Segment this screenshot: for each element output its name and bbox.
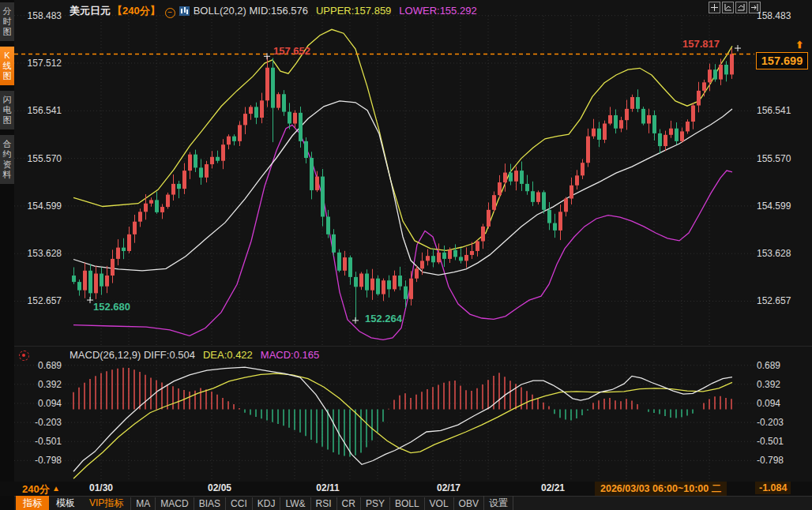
toolbar-item-RSI[interactable]: RSI — [310, 497, 336, 510]
crosshair-icon[interactable] — [709, 2, 720, 13]
toolbar-item-BIAS[interactable]: BIAS — [194, 497, 225, 510]
current-price-box[interactable]: 157.699 — [756, 52, 808, 69]
macd-label-left: -0.501 — [24, 436, 62, 447]
toolbar-tab-1[interactable]: 模板 — [49, 496, 82, 510]
macd-label-right: -0.501 — [757, 436, 784, 447]
sidebar: 分时图K线图闪电图合约资料 — [0, 0, 14, 482]
period-label[interactable]: 【240分】 — [112, 5, 160, 17]
price-label-right: 156.541 — [757, 105, 791, 116]
price-label-left: 153.628 — [24, 248, 62, 259]
macd-label-left: 0.094 — [24, 398, 62, 409]
sidebar-tab-0[interactable]: 分时图 — [0, 2, 14, 41]
macd-label-left: 0.392 — [24, 379, 62, 390]
date-label: 01/30 — [89, 482, 113, 493]
macd-label-right: -0.798 — [757, 455, 784, 466]
macd-value-label: MACD:0.165 — [261, 349, 319, 361]
annotation-low-mid: 152.264 — [365, 313, 402, 324]
date-label: 02/17 — [437, 482, 461, 493]
chart-header: 美元日元【240分】−BOLL(20,2) MID:156.576UPPER:1… — [70, 4, 477, 18]
axis-right-icon[interactable] — [735, 2, 747, 13]
chart-canvas[interactable] — [0, 0, 812, 510]
macd-label-left: 0.689 — [24, 360, 62, 371]
price-arrow-icon: ⬆ — [795, 39, 803, 51]
price-label-right: 158.483 — [757, 10, 791, 21]
sidebar-tab-2[interactable]: 闪电图 — [0, 91, 14, 129]
price-label-left: 156.541 — [24, 105, 62, 116]
macd-label-right: 0.392 — [757, 379, 780, 390]
period-up-triangle-icon[interactable]: ▲ — [52, 484, 60, 493]
toolbar-item-VOL[interactable]: VOL — [424, 497, 453, 510]
toolbar-item-MACD[interactable]: MACD — [155, 497, 193, 510]
symbol-title: 美元日元 — [70, 5, 111, 17]
toolbar-item-LW&[interactable]: LW& — [280, 497, 310, 510]
trading-app: 分时图K线图闪电图合约资料 美元日元【240分】−BOLL(20,2) MID:… — [0, 0, 812, 510]
price-label-left: 155.570 — [24, 153, 62, 164]
price-label-right: 155.570 — [757, 153, 791, 164]
macd-min-label: -1.084 — [755, 482, 791, 494]
macd-label-right: -0.203 — [757, 417, 784, 428]
price-label-left: 152.657 — [24, 295, 62, 306]
indicator-toolbar: 指标模板VIP指标MAMACDBIASCCIKDJLW&RSICRPSYBOLL… — [14, 496, 812, 510]
boll-mid-label: BOLL(20,2) MID:156.576 — [194, 5, 308, 17]
boll-lower-label: LOWER:155.292 — [399, 5, 476, 17]
toolbar-corner — [0, 496, 14, 510]
toolbar-item-CCI[interactable]: CCI — [225, 497, 252, 510]
annotation-high-right: 157.817 — [682, 38, 720, 50]
price-label-left: 157.512 — [24, 58, 62, 69]
macd-label-right: 0.094 — [757, 398, 780, 409]
price-label-right: 154.599 — [757, 201, 791, 212]
toolbar-item-设置[interactable]: 设置 — [483, 496, 513, 510]
axis-left-icon[interactable] — [722, 2, 734, 13]
indicator-target-icon[interactable] — [19, 351, 29, 361]
macd-panel — [73, 367, 732, 478]
sidebar-tab-1[interactable]: K线图 — [0, 47, 14, 85]
macd-label-left: -0.203 — [24, 417, 62, 428]
kline-icon — [179, 6, 190, 16]
current-time-label: 2026/03/03 06:00~10:00 二 — [595, 482, 727, 497]
collapse-icon[interactable]: − — [165, 8, 175, 18]
toolbar-item-CR[interactable]: CR — [336, 497, 360, 510]
annotation-low-left: 152.680 — [93, 301, 130, 313]
date-label: 02/21 — [541, 482, 565, 493]
macd-header: MACD(26,12,9) DIFF:0.504DEA:0.422MACD:0.… — [70, 349, 319, 361]
macd-label-left: -0.798 — [24, 455, 62, 466]
period-badge[interactable]: 240分 — [22, 482, 50, 497]
toolbar-tab-2[interactable]: VIP指标 — [82, 496, 130, 510]
price-label-left: 158.483 — [24, 10, 62, 21]
date-label: 02/11 — [316, 482, 339, 493]
time-axis: 240分 ▲ 2026/03/03 06:00~10:00 二 -1.084 0… — [0, 482, 812, 496]
price-label-right: 153.628 — [757, 248, 791, 259]
macd-dea-label: DEA:0.422 — [203, 349, 253, 361]
candles — [72, 48, 734, 321]
toolbar-tab-0[interactable]: 指标 — [16, 496, 49, 510]
sidebar-tab-3[interactable]: 合约资料 — [0, 135, 14, 184]
price-label-left: 154.599 — [24, 201, 62, 212]
chart-tool-icons — [707, 2, 761, 13]
toolbar-item-BOLL[interactable]: BOLL — [389, 497, 424, 510]
annotation-high-mid: 157.652 — [273, 45, 310, 57]
macd-params-label: MACD(26,12,9) DIFF:0.504 — [70, 349, 195, 361]
price-label-right: 152.657 — [757, 295, 791, 306]
toolbar-item-KDJ[interactable]: KDJ — [252, 497, 280, 510]
boll-upper-label: UPPER:157.859 — [316, 5, 391, 17]
date-label: 02/05 — [208, 482, 231, 493]
toolbar-item-PSY[interactable]: PSY — [360, 497, 389, 510]
toolbar-item-MA[interactable]: MA — [130, 497, 155, 510]
macd-label-right: 0.689 — [757, 360, 780, 371]
toolbar-item-OBV[interactable]: OBV — [453, 497, 483, 510]
